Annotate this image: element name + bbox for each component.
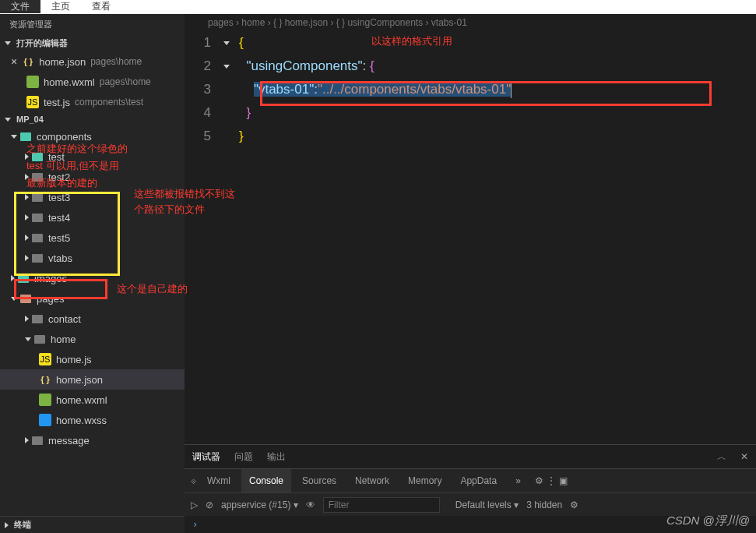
chevron-up-icon[interactable]: ︿	[717, 450, 726, 464]
open-editor-item[interactable]: JS test.js components\test	[0, 92, 185, 112]
more-icon[interactable]: ⋮	[547, 475, 556, 486]
folder-test5[interactable]: test5	[0, 228, 185, 248]
close-icon[interactable]: ×	[11, 55, 17, 68]
panel-tabs: 调试器 问题 输出 ︿ ✕	[185, 445, 756, 468]
fold-column[interactable]	[223, 31, 239, 148]
dock-icon[interactable]: ▣	[559, 475, 568, 486]
sidebar: 资源管理器 打开的编辑器 × { } home.json pages\home …	[0, 14, 185, 533]
file-tree: components test test2 test3 test4 test5 …	[0, 126, 185, 516]
folder-icon	[32, 436, 43, 445]
inspect-icon[interactable]: ⟐	[191, 475, 196, 486]
terminal-header[interactable]: 终端	[0, 516, 185, 533]
host-tab-view[interactable]: 查看	[81, 0, 121, 13]
file-name: test.js	[44, 97, 70, 108]
file-home-wxss[interactable]: home.wxss	[0, 410, 185, 430]
file-home-json[interactable]: { }home.json	[0, 369, 185, 390]
js-icon: JS	[26, 96, 39, 108]
chevron-right-icon	[25, 316, 29, 322]
folder-icon	[32, 193, 43, 202]
wxml-icon	[26, 76, 39, 88]
folder-icon	[20, 132, 31, 141]
wxss-icon	[39, 414, 51, 426]
folder-test4[interactable]: test4	[0, 207, 185, 228]
clear-icon[interactable]: ⊘	[206, 499, 213, 510]
editor-area: pages › home › { } home.json › { } using…	[185, 14, 756, 533]
host-tab-home[interactable]: 主页	[40, 0, 81, 13]
folder-vtabs[interactable]: vtabs	[0, 248, 185, 268]
folder-icon	[32, 315, 43, 323]
wxml-icon	[39, 394, 51, 406]
open-editor-item[interactable]: home.wxml pages\home	[0, 72, 185, 92]
filter-input[interactable]	[323, 497, 440, 513]
folder-home[interactable]: home	[0, 329, 185, 349]
tab-console[interactable]: Console	[241, 469, 291, 492]
open-editors-header[interactable]: 打开的编辑器	[0, 35, 185, 51]
file-path: pages\home	[100, 76, 151, 87]
json-icon: { }	[39, 373, 51, 386]
folder-test[interactable]: test	[0, 146, 185, 167]
chevron-down-icon	[5, 41, 11, 45]
gear-icon[interactable]: ⚙	[570, 499, 578, 510]
folder-test3[interactable]: test3	[0, 187, 185, 207]
hidden-count[interactable]: 3 hidden	[526, 499, 562, 510]
chevron-down-icon[interactable]	[223, 65, 230, 69]
code-lines[interactable]: { "usingComponents": { "vtabs-01":"../..…	[239, 31, 512, 148]
chevron-right-icon	[25, 194, 29, 200]
chevron-down-icon	[11, 135, 17, 139]
chevron-right-icon	[11, 275, 15, 281]
folder-icon	[32, 153, 43, 161]
folder-icon	[32, 214, 43, 222]
file-path: pages\home	[90, 56, 142, 67]
open-editor-item[interactable]: × { } home.json pages\home	[0, 51, 185, 72]
play-icon[interactable]: ▷	[191, 499, 198, 510]
folder-icon	[20, 295, 31, 303]
file-home-wxml[interactable]: home.wxml	[0, 390, 185, 410]
folder-icon	[32, 254, 43, 263]
tab-network[interactable]: Network	[347, 469, 397, 492]
context-selector[interactable]: appservice (#15) ▾	[221, 499, 298, 510]
folder-icon	[34, 335, 45, 344]
explorer-title: 资源管理器	[0, 14, 185, 35]
chevron-right-icon	[25, 255, 29, 261]
tab-wxml[interactable]: Wxml	[199, 469, 238, 492]
line-gutter: 12345	[185, 31, 223, 148]
chevron-down-icon	[5, 118, 11, 122]
chevron-right-icon	[25, 214, 29, 221]
breadcrumb[interactable]: pages › home › { } home.json › { } using…	[185, 14, 756, 31]
host-tab-file[interactable]: 文件	[0, 0, 40, 13]
project-header[interactable]: MP_04	[0, 112, 185, 126]
gear-icon[interactable]: ⚙	[535, 475, 543, 486]
tab-sources[interactable]: Sources	[294, 469, 344, 492]
folder-message[interactable]: message	[0, 430, 185, 450]
folder-contact[interactable]: contact	[0, 309, 185, 329]
tab-appdata[interactable]: AppData	[452, 469, 505, 492]
tab-debugger[interactable]: 调试器	[192, 450, 220, 464]
folder-icon	[18, 274, 29, 283]
file-home-js[interactable]: JShome.js	[0, 349, 185, 369]
tab-output[interactable]: 输出	[267, 450, 286, 464]
tab-more[interactable]: »	[508, 469, 529, 492]
js-icon: JS	[39, 353, 51, 365]
folder-images[interactable]: images	[0, 268, 185, 288]
chevron-down-icon	[11, 297, 17, 301]
file-name: home.json	[39, 56, 86, 68]
chevron-right-icon	[25, 437, 29, 443]
code-editor[interactable]: 12345 { "usingComponents": { "vtabs-01":…	[185, 31, 756, 148]
close-icon[interactable]: ✕	[740, 451, 748, 462]
chevron-down-icon[interactable]	[223, 41, 230, 45]
chevron-down-icon	[25, 337, 31, 341]
chevron-right-icon	[25, 235, 29, 241]
tab-problems[interactable]: 问题	[234, 450, 253, 464]
folder-icon	[32, 234, 43, 242]
host-tabs: 文件 主页 查看	[0, 0, 756, 14]
chevron-right-icon	[25, 174, 29, 180]
text-cursor	[511, 83, 512, 98]
folder-test2[interactable]: test2	[0, 167, 185, 187]
watermark: CSDN @浮川@	[666, 514, 750, 528]
eye-icon[interactable]: 👁	[306, 499, 315, 510]
chevron-right-icon	[5, 522, 9, 528]
folder-components[interactable]: components	[0, 126, 185, 146]
tab-memory[interactable]: Memory	[400, 469, 449, 492]
folder-pages[interactable]: pages	[0, 288, 185, 309]
levels-selector[interactable]: Default levels ▾	[455, 499, 519, 510]
